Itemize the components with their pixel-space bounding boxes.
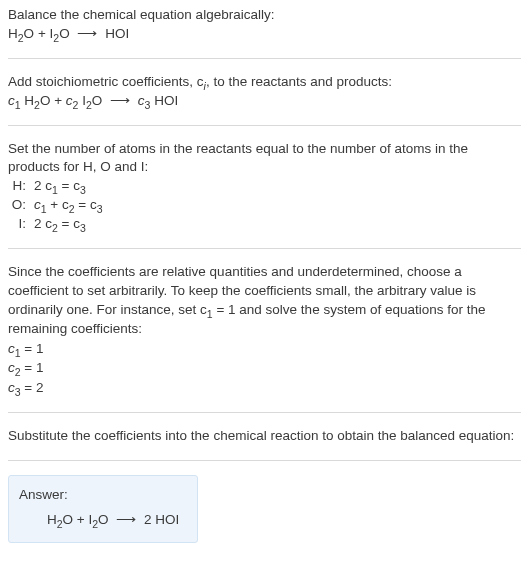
coef: c — [8, 93, 15, 108]
txt: O — [92, 93, 106, 108]
txt: O + I — [63, 512, 93, 527]
coef: c — [134, 93, 145, 108]
section-intro: Balance the chemical equation algebraica… — [8, 6, 521, 59]
atom-eq: 2 c1 = c3 — [34, 177, 111, 196]
txt: H — [21, 93, 35, 108]
txt: H — [47, 512, 57, 527]
txt: O — [24, 26, 35, 41]
txt: + c — [47, 197, 69, 212]
intro-line: Balance the chemical equation algebraica… — [8, 6, 521, 25]
atom-label: I: — [8, 215, 34, 234]
txt: c — [8, 341, 15, 356]
txt: O — [98, 512, 112, 527]
stoich-equation: c1 H2O + c2 I2O ⟶ c3 HOI — [8, 92, 521, 111]
atom-label: H: — [8, 177, 34, 196]
txt: = c — [75, 197, 97, 212]
txt: O — [59, 26, 70, 41]
product-hoi: HOI — [105, 26, 129, 41]
sub: 3 — [80, 184, 86, 196]
txt: 2 c — [34, 178, 52, 193]
txt: = 2 — [21, 380, 44, 395]
txt: Add stoichiometric coefficients, c — [8, 74, 204, 89]
coef: c — [66, 93, 73, 108]
atom-eq: c1 + c2 = c3 — [34, 196, 111, 215]
txt: H — [8, 26, 18, 41]
atoms-table: H: 2 c1 = c3 O: c1 + c2 = c3 I: 2 c2 = c… — [8, 177, 111, 234]
answer-box: Answer: H2O + I2O ⟶ 2 HOI — [8, 475, 198, 543]
txt: = 1 — [21, 341, 44, 356]
page: Balance the chemical equation algebraica… — [0, 0, 529, 555]
arrow-icon: ⟶ — [77, 26, 97, 41]
txt: 2 HOI — [140, 512, 179, 527]
section-atoms: Set the number of atoms in the reactants… — [8, 140, 521, 249]
section-final: Substitute the coefficients into the che… — [8, 427, 521, 461]
section-stoich: Add stoichiometric coefficients, ci, to … — [8, 73, 521, 126]
txt: = c — [58, 216, 80, 231]
txt: O + — [40, 93, 66, 108]
solve-desc: Since the coefficients are relative quan… — [8, 263, 521, 339]
reactant-h2o: H2O — [8, 26, 38, 41]
sub: 3 — [97, 203, 103, 215]
atom-label: O: — [8, 196, 34, 215]
intro-equation: H2O + I2O ⟶ HOI — [8, 25, 521, 44]
txt: = 1 — [21, 360, 44, 375]
txt: HOI — [150, 93, 178, 108]
section-solve: Since the coefficients are relative quan… — [8, 263, 521, 413]
txt: 2 c — [34, 216, 52, 231]
atoms-desc: Set the number of atoms in the reactants… — [8, 140, 521, 178]
atom-eq: 2 c2 = c3 — [34, 215, 111, 234]
stoich-desc: Add stoichiometric coefficients, ci, to … — [8, 73, 521, 92]
txt: , to the reactants and products: — [206, 74, 392, 89]
coef-row-c1: c1 = 1 — [8, 340, 521, 359]
arrow-icon: ⟶ — [110, 93, 130, 108]
txt: = c — [58, 178, 80, 193]
coef-row-c3: c3 = 2 — [8, 379, 521, 398]
sub: 3 — [80, 222, 86, 234]
plus: + — [38, 26, 50, 41]
atom-row-i: I: 2 c2 = c3 — [8, 215, 111, 234]
coef-row-c2: c2 = 1 — [8, 359, 521, 378]
txt: c — [8, 380, 15, 395]
txt: c — [34, 197, 41, 212]
txt: I — [78, 93, 86, 108]
atom-row-h: H: 2 c1 = c3 — [8, 177, 111, 196]
atom-row-o: O: c1 + c2 = c3 — [8, 196, 111, 215]
final-desc: Substitute the coefficients into the che… — [8, 427, 521, 446]
answer-equation: H2O + I2O ⟶ 2 HOI — [47, 511, 179, 530]
arrow-icon: ⟶ — [116, 512, 136, 527]
reactant-i2o: I2O — [50, 26, 74, 41]
txt: c — [8, 360, 15, 375]
answer-title: Answer: — [19, 486, 179, 505]
